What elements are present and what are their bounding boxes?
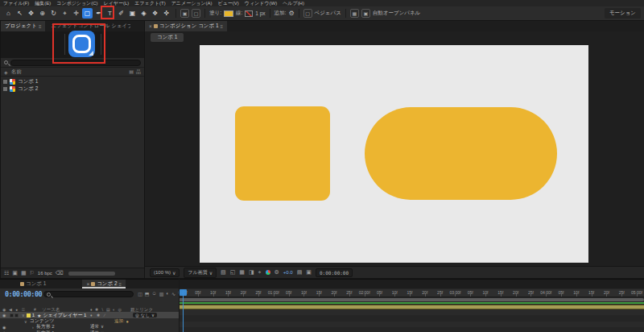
transparency-grid-icon[interactable]: ▦ [239,269,245,276]
bit-depth-button[interactable]: 16 bpc [38,271,52,276]
pan-behind-tool[interactable]: ✛ [71,8,81,19]
expander-icon[interactable]: ∨ [22,313,25,317]
timeline-tab-comp2[interactable]: × コンポ 2 ≡ [82,280,126,288]
frame-blend-icon[interactable]: ▥ [159,291,164,297]
film-list-icon[interactable]: ▤ [129,68,134,76]
flag-icon[interactable]: ⚐ [30,270,35,276]
workspace-button[interactable]: モーション [605,8,641,19]
interpret-footage-icon[interactable]: ☷ [4,270,9,276]
stroke-label: 線: [236,10,242,17]
camera-tool[interactable]: ⌖ [60,8,70,19]
axis-mode-icon[interactable]: ▣ [180,9,189,18]
toggle-icon[interactable]: ▦ [350,9,359,18]
horizontal-scrollbar[interactable] [68,272,115,276]
panel-menu-icon[interactable]: ≡ [119,282,122,287]
roto-brush-tool[interactable]: ❖ [150,8,160,19]
panel-menu-icon[interactable]: ≡ [39,24,42,29]
bezier-path-checkbox[interactable]: ▢ [303,9,312,18]
stroke-color-swatch[interactable] [245,10,253,17]
tag-icon[interactable]: ◈ [4,69,8,75]
draft-3d-icon[interactable]: ⬒ [145,291,150,297]
toggle-2-icon[interactable]: ▣ [361,9,370,18]
home-tool[interactable]: ⌂ [3,8,14,19]
layer-label-color[interactable] [27,313,31,317]
project-list-header: ◈ 名前 ▤ 品 [1,68,144,77]
new-composition-icon[interactable]: ▦ [21,270,27,276]
item-label-color[interactable] [3,87,7,91]
close-icon[interactable]: × [86,281,89,287]
channel-color-icon[interactable] [266,270,270,275]
parent-dropdown[interactable]: ◎ なし ∨ [133,313,157,317]
playhead-handle[interactable] [180,289,187,296]
motion-blur-icon[interactable]: ◐ [166,291,169,297]
show-snapshot-icon[interactable]: ▣ [306,269,312,276]
layer-row-shape-layer-1[interactable]: ◉ ∨ 1 ★ シェイプレイヤー 1 ♦ ✱ ∕ ◎ なし ∨ [0,312,179,318]
timeline-tab-comp1[interactable]: コンポ 1 [16,280,50,288]
flowchart-icon[interactable]: 品 [136,68,141,76]
close-icon[interactable]: × [149,23,152,29]
contents-group-row[interactable]: ∨ コンテンツ 追加: ● [0,318,179,324]
comp-timecode[interactable]: 0:00:00:00 [316,268,353,277]
resolution-dropdown[interactable]: フル画質 ∨ [184,268,217,278]
pickwhip-icon[interactable]: ◎ [135,313,139,317]
snapshot-camera-icon[interactable]: ▤ [297,269,303,276]
stroke-width-value[interactable]: 1 px [255,10,265,16]
rotation-tool[interactable]: ↻ [48,8,59,19]
solo-toggle[interactable] [14,313,19,317]
eye-icon[interactable]: ◉ [2,325,6,330]
shy-layers-icon[interactable]: ☺ [152,291,157,297]
comp-navigator-button[interactable]: コンポ 1 [151,33,184,42]
shape-tool[interactable]: ▢ [82,8,93,19]
project-item-comp2[interactable]: コンポ 2 [1,85,144,93]
item-label-color[interactable] [3,80,7,84]
eraser-tool[interactable]: ◈ [138,8,149,19]
eye-icon[interactable]: ◉ [2,313,6,317]
zoom-tool[interactable]: ⊕ [37,8,47,19]
selection-tool[interactable]: ↖ [14,8,25,19]
rect2-row[interactable]: ◉ › 長方形 2 通常 ∨ [0,324,179,330]
current-timecode[interactable]: 0:00:00:00 [5,290,42,298]
blend-mode-dropdown[interactable]: 通常 ∨ [90,324,104,330]
zoom-dropdown[interactable]: (100 %) ∨ [150,268,180,277]
graph-editor-icon[interactable]: ∿ [171,291,175,297]
region-of-interest-icon[interactable]: ◱ [230,269,236,276]
layer-switches[interactable]: ♦ ✱ ∕ [90,313,106,317]
trash-icon[interactable]: ⌫ [56,270,64,276]
tab-project[interactable]: プロジェクト ≡ [1,21,45,31]
panel-menu-icon[interactable]: ≡ [221,24,224,29]
layer-duration-bar[interactable] [179,305,644,309]
timeline-search-input[interactable] [43,291,134,297]
expander-icon[interactable]: › [32,325,34,330]
mini-flowchart-icon[interactable]: ◫ [138,291,142,297]
audio-toggle[interactable] [10,313,14,317]
exposure-value[interactable]: +0.0 [283,270,293,275]
name-column-header[interactable]: 名前 [11,68,22,76]
axis-mode-2-icon[interactable]: ▢ [192,9,200,18]
mask-visibility-icon[interactable]: ◨ [249,269,254,276]
brush-tool[interactable]: ✐ [116,8,126,19]
grid-guides-icon[interactable]: ▧ [221,269,226,276]
yellow-rounded-square-shape[interactable] [235,106,330,201]
clone-stamp-tool[interactable]: ▣ [127,8,138,19]
time-ruler[interactable]: 0:00f05f10f15f20f25f01:00f05f10f15f20f25… [179,289,644,297]
composition-canvas[interactable] [200,45,588,263]
ruler-ticks [183,294,644,297]
add-property-control[interactable]: 追加: ● [114,318,129,324]
rendered-frames-indicator [179,302,644,304]
timeline-pane-divider[interactable] [179,279,180,332]
tab-composition[interactable]: × コンポジション コンポ 1 ≡ [145,21,227,31]
target-icon[interactable]: ⌖ [258,269,262,276]
work-area-bar[interactable] [179,298,644,301]
resolution-value: フル画質 [188,269,207,276]
new-folder-icon[interactable]: ▣ [12,270,18,276]
hand-tool[interactable]: ✥ [26,8,36,19]
yellow-pill-shape[interactable] [365,107,557,200]
gear-icon[interactable]: ⚙ [288,10,294,17]
fill-color-swatch[interactable] [224,10,233,17]
expander-icon[interactable]: ∨ [24,319,27,324]
resolution-gear-icon[interactable]: ⚙ [275,269,279,276]
add-icon[interactable]: ● [126,319,129,324]
project-item-label: コンポ 2 [18,85,38,93]
project-item-comp1[interactable]: コンポ 1 [1,78,144,85]
puppet-tool[interactable]: ✜ [161,8,171,19]
